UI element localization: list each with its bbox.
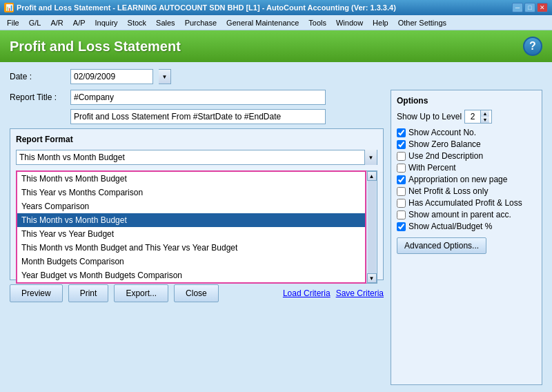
show-actual-budget-label: Show Actual/Budget % bbox=[408, 222, 492, 231]
app-icon: 📊 bbox=[4, 3, 14, 12]
format-list-item-0[interactable]: This Month vs Month Budget bbox=[17, 172, 365, 186]
buttons-row: Preview Print Export... Close Load Crite… bbox=[10, 284, 384, 302]
checkbox-show-zero-balance: Show Zero Balance bbox=[397, 139, 536, 149]
preview-button[interactable]: Preview bbox=[10, 284, 63, 302]
export-button[interactable]: Export... bbox=[114, 284, 168, 302]
page-title: Profit and Loss Statement bbox=[10, 39, 181, 55]
use-2nd-desc-label: Use 2nd Description bbox=[408, 151, 483, 161]
maximize-btn[interactable]: □ bbox=[524, 3, 535, 12]
has-accum-pl-checkbox[interactable] bbox=[397, 199, 406, 208]
menu-sales[interactable]: Sales bbox=[152, 17, 179, 28]
level-spinner: ▲ ▼ bbox=[464, 110, 492, 124]
net-profit-loss-checkbox[interactable] bbox=[397, 187, 406, 196]
checkbox-has-accum-pl: Has Accumulated Profit & Loss bbox=[397, 198, 536, 208]
format-list-item-1[interactable]: This Year vs Months Comparison bbox=[17, 186, 365, 199]
menu-window[interactable]: Window bbox=[332, 17, 367, 28]
format-list-item-2[interactable]: Years Comparison bbox=[17, 199, 365, 213]
header-bar: Profit and Loss Statement ? bbox=[0, 30, 552, 62]
report-title-row: Report Title : bbox=[10, 90, 384, 105]
menu-inquiry[interactable]: Inquiry bbox=[91, 17, 122, 28]
menu-ap[interactable]: A/P bbox=[69, 17, 90, 28]
menu-file[interactable]: File bbox=[3, 17, 23, 28]
window-title: Profit and Loss Statement - LEARNING AUT… bbox=[17, 3, 396, 12]
show-amount-parent-checkbox[interactable] bbox=[397, 210, 406, 219]
format-list-item-3[interactable]: This Month vs Month Budget bbox=[17, 213, 365, 227]
format-list-item-7[interactable]: Year Budget vs Month Budgets Comparison bbox=[17, 268, 365, 282]
title-bar-content: 📊 Profit and Loss Statement - LEARNING A… bbox=[4, 3, 396, 12]
format-dropdown[interactable]: This Month vs Month Budget ▼ bbox=[16, 150, 377, 165]
scroll-up-btn[interactable]: ▲ bbox=[367, 171, 377, 181]
help-button[interactable]: ? bbox=[523, 37, 542, 56]
format-list-item-4[interactable]: This Year vs Year Budget bbox=[17, 227, 365, 241]
menu-ar[interactable]: A/R bbox=[46, 17, 67, 28]
advanced-options-button[interactable]: Advanced Options... bbox=[397, 237, 486, 254]
menu-general-maintenance[interactable]: General Maintenance bbox=[222, 17, 303, 28]
format-list-item-5[interactable]: This Month vs Month Budget and This Year… bbox=[17, 241, 365, 255]
has-accum-pl-label: Has Accumulated Profit & Loss bbox=[408, 198, 522, 208]
checkbox-show-amount-parent: Show amount in parent acc. bbox=[397, 210, 536, 219]
menu-purchase[interactable]: Purchase bbox=[181, 17, 221, 28]
main-content: Date : ▼ Report Title : Report Format bbox=[0, 62, 552, 392]
level-row: Show Up to Level ▲ ▼ bbox=[397, 110, 536, 124]
format-list: This Month vs Month Budget This Year vs … bbox=[16, 170, 366, 284]
window-controls[interactable]: ─ □ ✕ bbox=[512, 3, 548, 12]
print-button[interactable]: Print bbox=[68, 284, 109, 302]
with-percent-checkbox[interactable] bbox=[397, 164, 406, 173]
format-dropdown-text: This Month vs Month Budget bbox=[17, 153, 364, 162]
show-amount-parent-label: Show amount in parent acc. bbox=[408, 210, 511, 219]
scroll-down-btn[interactable]: ▼ bbox=[367, 273, 377, 283]
options-panel: Options Show Up to Level ▲ ▼ Show Accoun… bbox=[391, 90, 542, 385]
left-column: Report Title : Report Format This Month … bbox=[10, 90, 384, 385]
with-percent-label: With Percent bbox=[408, 163, 456, 173]
scroll-track bbox=[368, 181, 376, 273]
report-format-title: Report Format bbox=[16, 135, 377, 144]
date-label: Date : bbox=[10, 72, 65, 81]
level-spinner-btns: ▲ ▼ bbox=[480, 110, 489, 123]
report-title-sub-input[interactable] bbox=[70, 109, 326, 124]
format-list-scrollbar[interactable]: ▲ ▼ bbox=[366, 170, 377, 284]
level-label: Show Up to Level bbox=[397, 112, 462, 121]
save-criteria-btn[interactable]: Save Criteria bbox=[336, 288, 384, 298]
checkbox-show-acct-no: Show Account No. bbox=[397, 128, 536, 137]
checkbox-show-actual-budget: Show Actual/Budget % bbox=[397, 222, 536, 231]
level-input[interactable] bbox=[465, 112, 480, 121]
menu-bar: File G/L A/R A/P Inquiry Stock Sales Pur… bbox=[0, 15, 552, 30]
menu-other-settings[interactable]: Other Settings bbox=[394, 17, 451, 28]
report-title-label: Report Title : bbox=[10, 92, 65, 102]
report-title-input[interactable] bbox=[70, 90, 326, 105]
date-field-wrapper bbox=[70, 69, 153, 84]
close-btn[interactable]: ✕ bbox=[537, 3, 548, 12]
net-profit-loss-label: Net Profit & Loss only bbox=[408, 186, 488, 196]
menu-help[interactable]: Help bbox=[368, 17, 393, 28]
approp-new-page-label: Appropriation on new page bbox=[408, 175, 507, 184]
report-format-panel: Report Format This Month vs Month Budget… bbox=[10, 128, 384, 280]
level-down-btn[interactable]: ▼ bbox=[481, 117, 489, 123]
format-dropdown-arrow[interactable]: ▼ bbox=[364, 150, 377, 165]
report-title-sub-row bbox=[10, 109, 384, 124]
close-button[interactable]: Close bbox=[174, 284, 219, 302]
title-bar: 📊 Profit and Loss Statement - LEARNING A… bbox=[0, 0, 552, 15]
show-zero-balance-label: Show Zero Balance bbox=[408, 139, 481, 149]
menu-stock[interactable]: Stock bbox=[124, 17, 151, 28]
show-acct-no-checkbox[interactable] bbox=[397, 128, 406, 137]
show-zero-balance-checkbox[interactable] bbox=[397, 140, 406, 149]
approp-new-page-checkbox[interactable] bbox=[397, 175, 406, 184]
two-column-layout: Report Title : Report Format This Month … bbox=[10, 90, 542, 385]
use-2nd-desc-checkbox[interactable] bbox=[397, 152, 406, 161]
load-criteria-btn[interactable]: Load Criteria bbox=[283, 288, 331, 298]
level-up-btn[interactable]: ▲ bbox=[481, 110, 489, 117]
date-dropdown-btn[interactable]: ▼ bbox=[159, 69, 171, 84]
show-actual-budget-checkbox[interactable] bbox=[397, 222, 406, 231]
checkbox-use-2nd-desc: Use 2nd Description bbox=[397, 151, 536, 161]
checkbox-net-profit-loss: Net Profit & Loss only bbox=[397, 186, 536, 196]
format-list-item-6[interactable]: Month Budgets Comparison bbox=[17, 255, 365, 268]
minimize-btn[interactable]: ─ bbox=[512, 3, 523, 12]
date-input[interactable] bbox=[74, 72, 136, 81]
checkbox-approp-new-page: Appropriation on new page bbox=[397, 175, 536, 184]
checkbox-with-percent: With Percent bbox=[397, 163, 536, 173]
options-title: Options bbox=[397, 96, 536, 106]
menu-tools[interactable]: Tools bbox=[304, 17, 331, 28]
menu-gl[interactable]: G/L bbox=[25, 17, 46, 28]
date-row: Date : ▼ bbox=[10, 69, 542, 84]
show-acct-no-label: Show Account No. bbox=[408, 128, 476, 137]
